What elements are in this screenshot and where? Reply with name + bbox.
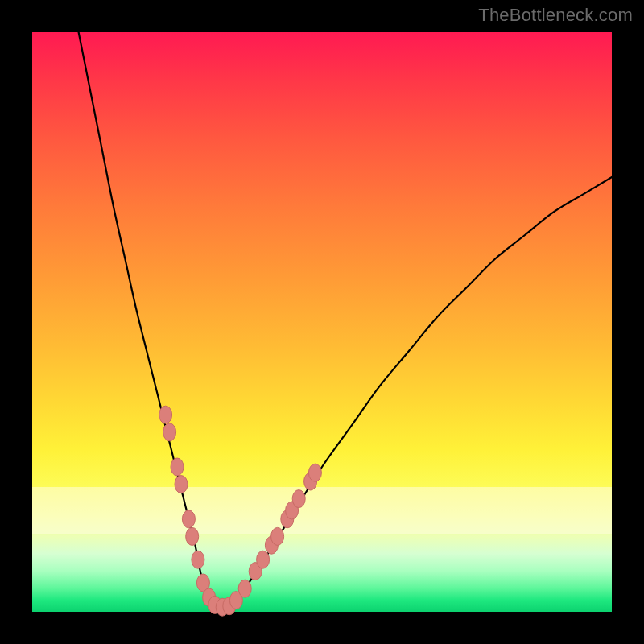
data-marker — [271, 527, 284, 545]
data-marker — [292, 490, 305, 508]
data-marker — [159, 406, 172, 423]
data-marker — [163, 423, 176, 441]
data-marker — [238, 580, 251, 597]
data-marker — [171, 458, 184, 476]
data-marker — [257, 551, 270, 568]
bottleneck-curve — [79, 32, 612, 612]
data-marker — [182, 510, 195, 528]
data-marker — [186, 527, 199, 545]
watermark-text: TheBottleneck.com — [478, 5, 633, 26]
data-marker — [308, 464, 321, 481]
data-marker — [192, 551, 204, 568]
data-marker — [175, 476, 188, 493]
data-markers — [159, 406, 322, 616]
chart-frame: TheBottleneck.com — [0, 0, 644, 644]
curve-layer — [32, 32, 612, 612]
